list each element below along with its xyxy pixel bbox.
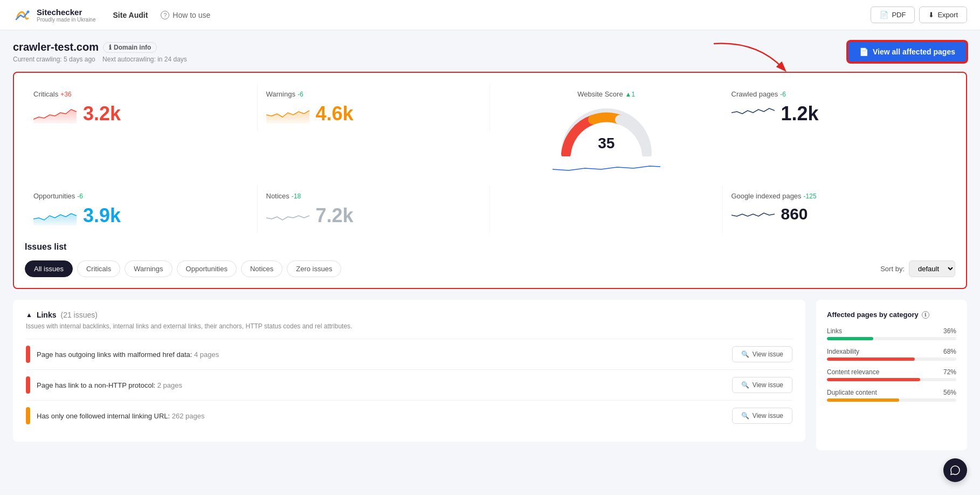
warnings-stat: Warnings -6 4.6k: [258, 84, 491, 132]
website-score-stat: Website Score ▲1 35: [490, 84, 723, 181]
view-issue-button[interactable]: 🔍 View issue: [732, 408, 792, 424]
issue-label: Page has outgoing links with malformed h…: [37, 350, 726, 359]
search-icon: 🔍: [741, 412, 749, 420]
crawled-sparkline: [731, 104, 775, 123]
criticals-stat: Criticals +36 3.2k: [25, 84, 258, 132]
gauge-value: 35: [598, 135, 615, 152]
filter-criticals[interactable]: Criticals: [77, 260, 120, 277]
main-nav: Site Audit ? How to use: [113, 11, 871, 19]
info-icon: ℹ: [922, 311, 929, 319]
issue-severity-icon: [26, 407, 30, 424]
sort-select[interactable]: default: [909, 260, 955, 277]
links-bar: [827, 337, 873, 340]
indexability-bar: [827, 358, 915, 361]
filter-row: All issues Criticals Warnings Opportunit…: [25, 260, 955, 277]
site-domain: crawler-test.com ℹ Domain info: [13, 41, 187, 53]
google-indexed-stat: Google indexed pages -125 860: [723, 185, 956, 233]
issues-list-title: Issues list: [25, 242, 955, 252]
issue-severity-icon: [26, 376, 30, 394]
chevron-down-icon: ▲: [26, 311, 32, 319]
links-section: ▲ Links (21 issues) Issues with internal…: [13, 300, 805, 442]
issue-row: Page has link to a non-HTTP protocol: 2 …: [26, 369, 792, 400]
filter-tabs: All issues Criticals Warnings Opportunit…: [25, 260, 341, 277]
app-header: Sitechecker Proudly made in Ukraine Site…: [0, 0, 980, 30]
svg-point-0: [13, 5, 32, 25]
view-all-affected-pages-button[interactable]: 📄 View all affected pages: [847, 41, 967, 63]
search-icon: 🔍: [741, 350, 749, 358]
site-info: crawler-test.com ℹ Domain info Current c…: [13, 41, 187, 63]
filter-warnings[interactable]: Warnings: [125, 260, 172, 277]
notices-stat: Notices -18 7.2k: [258, 185, 491, 233]
filter-opportunities[interactable]: Opportunities: [177, 260, 237, 277]
links-section-title: ▲ Links (21 issues): [26, 311, 792, 319]
pages-icon: 📄: [859, 47, 868, 56]
export-icon: ⬇: [928, 11, 934, 19]
issue-row: Has only one followed internal linking U…: [26, 400, 792, 431]
stats-bottom-row: Opportunities -6 3.9k: [25, 185, 955, 233]
export-button[interactable]: ⬇ Export: [919, 6, 967, 23]
pdf-icon: 📄: [880, 11, 888, 19]
main-issues-col: ▲ Links (21 issues) Issues with internal…: [13, 300, 805, 450]
stats-top-row: Criticals +36 3.2k: [25, 84, 955, 181]
score-trend-line: [553, 159, 660, 175]
logo-name: Sitechecker: [37, 8, 96, 17]
issue-label: Has only one followed internal linking U…: [37, 412, 726, 420]
content-relevance-bar: [827, 378, 920, 381]
domain-info-badge[interactable]: ℹ Domain info: [103, 42, 157, 53]
filter-notices[interactable]: Notices: [241, 260, 282, 277]
duplicate-content-bar: [827, 398, 899, 402]
svg-point-1: [27, 10, 30, 13]
issue-label: Page has link to a non-HTTP protocol: 2 …: [37, 381, 726, 389]
category-links: Links 36%: [827, 327, 956, 340]
gauge: 35: [558, 102, 655, 156]
filter-zero-issues[interactable]: Zero issues: [287, 260, 341, 277]
issue-severity-icon: [26, 346, 30, 363]
filter-all-issues[interactable]: All issues: [25, 260, 73, 277]
info-icon: ℹ: [109, 44, 112, 51]
nav-site-audit[interactable]: Site Audit: [113, 11, 148, 19]
crawled-pages-stat: Crawled pages -6 1.2k: [723, 84, 956, 132]
opportunities-sparkline: [33, 206, 77, 225]
view-issue-button[interactable]: 🔍 View issue: [732, 346, 792, 362]
category-content-relevance: Content relevance 72%: [827, 368, 956, 381]
pdf-button[interactable]: 📄 PDF: [871, 6, 915, 23]
category-indexability: Indexability 68%: [827, 348, 956, 361]
criticals-sparkline: [33, 104, 77, 123]
gauge-placeholder: [490, 185, 723, 233]
two-col-layout: ▲ Links (21 issues) Issues with internal…: [13, 300, 967, 450]
nav-how-to-use[interactable]: ? How to use: [161, 11, 210, 19]
sort-area: Sort by: default: [880, 260, 955, 277]
header-actions: 📄 PDF ⬇ Export: [871, 6, 967, 23]
category-duplicate-content: Duplicate content 56%: [827, 389, 956, 402]
right-panel: Affected pages by category ℹ Links 36% I…: [816, 300, 967, 450]
crawl-meta: Current crawling: 5 days ago Next autocr…: [13, 56, 187, 63]
google-indexed-sparkline: [731, 204, 775, 224]
logo-text: Sitechecker Proudly made in Ukraine: [37, 8, 96, 23]
search-icon: 🔍: [741, 381, 749, 389]
opportunities-stat: Opportunities -6 3.9k: [25, 185, 258, 233]
question-icon: ?: [161, 11, 169, 19]
right-panel-title: Affected pages by category ℹ: [827, 311, 956, 319]
logo-icon: [13, 5, 32, 25]
issue-row: Page has outgoing links with malformed h…: [26, 339, 792, 369]
site-header-row: crawler-test.com ℹ Domain info Current c…: [13, 41, 967, 63]
view-issue-button[interactable]: 🔍 View issue: [732, 377, 792, 393]
main-content: crawler-test.com ℹ Domain info Current c…: [0, 30, 980, 461]
warnings-sparkline: [266, 104, 309, 123]
issues-list-section: Issues list All issues Criticals Warning…: [25, 242, 955, 277]
logo-tagline: Proudly made in Ukraine: [37, 17, 96, 23]
stats-container: Criticals +36 3.2k: [13, 72, 967, 289]
logo: Sitechecker Proudly made in Ukraine: [13, 5, 96, 25]
links-section-desc: Issues with internal backlinks, internal…: [26, 322, 792, 330]
notices-sparkline: [266, 206, 309, 225]
